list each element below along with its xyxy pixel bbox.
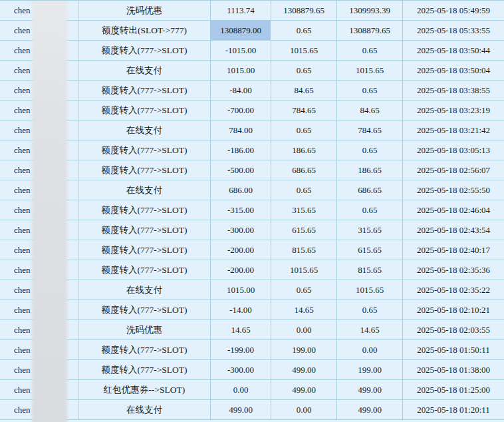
cell-amount[interactable]: 0.00 bbox=[211, 380, 271, 400]
cell-transaction-type[interactable]: 额度转入(777->SLOT) bbox=[78, 220, 211, 240]
cell-username[interactable]: chen bbox=[0, 1, 78, 21]
cell-transaction-type[interactable]: 额度转入(777->SLOT) bbox=[78, 340, 211, 360]
cell-amount[interactable]: -84.00 bbox=[211, 81, 271, 101]
cell-balance-before[interactable]: 0.65 bbox=[271, 21, 337, 41]
cell-username[interactable]: chen bbox=[0, 400, 78, 420]
cell-balance-before[interactable]: 0.65 bbox=[271, 280, 337, 300]
cell-balance-after[interactable]: 0.00 bbox=[337, 340, 403, 360]
cell-balance-after[interactable]: 0.65 bbox=[337, 200, 403, 220]
cell-balance-after[interactable]: 0.65 bbox=[337, 81, 403, 101]
cell-balance-before[interactable]: 1308879.65 bbox=[271, 1, 337, 21]
cell-balance-before[interactable]: 1015.65 bbox=[271, 260, 337, 280]
cell-amount[interactable]: 499.00 bbox=[211, 400, 271, 420]
cell-username[interactable]: chen bbox=[0, 61, 78, 81]
cell-transaction-type[interactable]: 在线支付 bbox=[78, 120, 211, 140]
cell-balance-before[interactable]: 0.00 bbox=[271, 400, 337, 420]
cell-username[interactable]: chen bbox=[0, 320, 78, 340]
cell-balance-before[interactable]: 186.65 bbox=[271, 140, 337, 160]
cell-timestamp[interactable]: 2025-05-18 02:40:17 bbox=[403, 240, 504, 260]
cell-timestamp[interactable]: 2025-05-18 02:46:04 bbox=[403, 200, 504, 220]
cell-balance-after[interactable]: 1015.65 bbox=[337, 280, 403, 300]
cell-transaction-type[interactable]: 额度转入(777->SLOT) bbox=[78, 300, 211, 320]
cell-balance-before[interactable]: 815.65 bbox=[271, 240, 337, 260]
cell-balance-after[interactable]: 199.00 bbox=[337, 360, 403, 380]
cell-timestamp[interactable]: 2025-05-18 01:20:11 bbox=[403, 400, 504, 420]
cell-username[interactable]: chen bbox=[0, 280, 78, 300]
cell-timestamp[interactable]: 2025-05-18 03:21:42 bbox=[403, 120, 504, 140]
cell-transaction-type[interactable]: 额度转入(777->SLOT) bbox=[78, 240, 211, 260]
cell-amount[interactable]: -186.00 bbox=[211, 140, 271, 160]
cell-timestamp[interactable]: 2025-05-18 02:03:55 bbox=[403, 320, 504, 340]
cell-amount[interactable]: -200.00 bbox=[211, 240, 271, 260]
cell-username[interactable]: chen bbox=[0, 380, 78, 400]
cell-amount[interactable]: 1113.74 bbox=[211, 1, 271, 21]
cell-balance-before[interactable]: 1015.65 bbox=[271, 41, 337, 61]
cell-username[interactable]: chen bbox=[0, 200, 78, 220]
cell-amount[interactable]: -1015.00 bbox=[211, 41, 271, 61]
cell-balance-before[interactable]: 199.00 bbox=[271, 340, 337, 360]
cell-username[interactable]: chen bbox=[0, 41, 78, 61]
cell-balance-before[interactable]: 14.65 bbox=[271, 300, 337, 320]
cell-amount[interactable]: -500.00 bbox=[211, 160, 271, 180]
cell-balance-after[interactable]: 615.65 bbox=[337, 240, 403, 260]
cell-timestamp[interactable]: 2025-05-18 03:50:44 bbox=[403, 41, 504, 61]
cell-username[interactable]: chen bbox=[0, 180, 78, 200]
cell-timestamp[interactable]: 2025-05-18 03:23:19 bbox=[403, 101, 504, 120]
cell-transaction-type[interactable]: 在线支付 bbox=[78, 280, 211, 300]
cell-timestamp[interactable]: 2025-05-18 02:10:21 bbox=[403, 300, 504, 320]
cell-timestamp[interactable]: 2025-05-18 02:35:22 bbox=[403, 280, 504, 300]
cell-amount[interactable]: -300.00 bbox=[211, 220, 271, 240]
cell-amount[interactable]: 14.65 bbox=[211, 320, 271, 340]
cell-username[interactable]: chen bbox=[0, 260, 78, 280]
cell-amount[interactable]: 1308879.00 bbox=[211, 21, 271, 41]
cell-balance-after[interactable]: 1015.65 bbox=[337, 61, 403, 81]
cell-balance-after[interactable]: 315.65 bbox=[337, 220, 403, 240]
cell-balance-after[interactable]: 186.65 bbox=[337, 160, 403, 180]
cell-balance-after[interactable]: 1309993.39 bbox=[337, 1, 403, 21]
cell-amount[interactable]: -14.00 bbox=[211, 300, 271, 320]
cell-balance-after[interactable]: 1308879.65 bbox=[337, 21, 403, 41]
cell-transaction-type[interactable]: 额度转入(777->SLOT) bbox=[78, 360, 211, 380]
cell-timestamp[interactable]: 2025-05-18 03:38:55 bbox=[403, 81, 504, 101]
cell-balance-before[interactable]: 84.65 bbox=[271, 81, 337, 101]
cell-username[interactable]: chen bbox=[0, 300, 78, 320]
cell-timestamp[interactable]: 2025-05-18 01:50:11 bbox=[403, 340, 504, 360]
cell-username[interactable]: chen bbox=[0, 360, 78, 380]
cell-balance-before[interactable]: 784.65 bbox=[271, 101, 337, 120]
cell-amount[interactable]: 686.00 bbox=[211, 180, 271, 200]
cell-balance-after[interactable]: 0.65 bbox=[337, 300, 403, 320]
cell-amount[interactable]: 1015.00 bbox=[211, 280, 271, 300]
cell-transaction-type[interactable]: 在线支付 bbox=[78, 400, 211, 420]
cell-timestamp[interactable]: 2025-05-18 02:55:50 bbox=[403, 180, 504, 200]
cell-username[interactable]: chen bbox=[0, 140, 78, 160]
cell-balance-after[interactable]: 499.00 bbox=[337, 400, 403, 420]
cell-username[interactable]: chen bbox=[0, 220, 78, 240]
cell-transaction-type[interactable]: 额度转入(777->SLOT) bbox=[78, 101, 211, 120]
cell-transaction-type[interactable]: 额度转入(777->SLOT) bbox=[78, 160, 211, 180]
cell-username[interactable]: chen bbox=[0, 21, 78, 41]
cell-timestamp[interactable]: 2025-05-18 02:56:07 bbox=[403, 160, 504, 180]
cell-balance-after[interactable]: 499.00 bbox=[337, 380, 403, 400]
cell-timestamp[interactable]: 2025-05-18 02:43:54 bbox=[403, 220, 504, 240]
cell-amount[interactable]: 784.00 bbox=[211, 120, 271, 140]
cell-transaction-type[interactable]: 额度转出(SLOT->777) bbox=[78, 21, 211, 41]
cell-balance-before[interactable]: 499.00 bbox=[271, 380, 337, 400]
cell-timestamp[interactable]: 2025-05-18 05:49:59 bbox=[403, 1, 504, 21]
cell-amount[interactable]: -315.00 bbox=[211, 200, 271, 220]
cell-transaction-type[interactable]: 额度转入(777->SLOT) bbox=[78, 260, 211, 280]
cell-balance-after[interactable]: 0.65 bbox=[337, 140, 403, 160]
cell-amount[interactable]: 1015.00 bbox=[211, 61, 271, 81]
cell-balance-before[interactable]: 0.00 bbox=[271, 320, 337, 340]
cell-transaction-type[interactable]: 额度转入(777->SLOT) bbox=[78, 200, 211, 220]
cell-balance-after[interactable]: 815.65 bbox=[337, 260, 403, 280]
cell-amount[interactable]: -200.00 bbox=[211, 260, 271, 280]
cell-amount[interactable]: -199.00 bbox=[211, 340, 271, 360]
cell-timestamp[interactable]: 2025-05-18 03:05:13 bbox=[403, 140, 504, 160]
cell-transaction-type[interactable]: 红包优惠券-->SLOT) bbox=[78, 380, 211, 400]
cell-transaction-type[interactable]: 洗码优惠 bbox=[78, 320, 211, 340]
cell-balance-before[interactable]: 315.65 bbox=[271, 200, 337, 220]
cell-balance-after[interactable]: 686.65 bbox=[337, 180, 403, 200]
cell-balance-before[interactable]: 686.65 bbox=[271, 160, 337, 180]
cell-amount[interactable]: -300.00 bbox=[211, 360, 271, 380]
cell-transaction-type[interactable]: 在线支付 bbox=[78, 61, 211, 81]
